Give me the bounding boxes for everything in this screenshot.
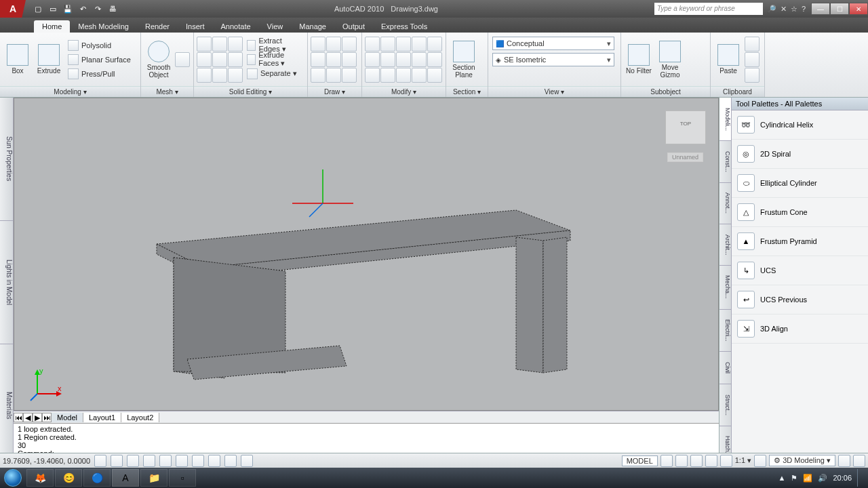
mesh-more-icon[interactable] [175,52,190,67]
dyn-toggle[interactable] [208,455,220,467]
model-space-button[interactable]: MODEL [622,455,658,466]
view-cube[interactable]: TOP [665,110,706,144]
palette-tab-mechanical[interactable]: Mecha... [719,266,731,310]
view-iso-dropdown[interactable]: ◈ SE Isometric▾ [492,53,614,66]
status-icon-3[interactable] [690,455,703,467]
undo-icon[interactable]: ↶ [77,3,88,14]
snap-toggle[interactable] [94,455,106,467]
palette-tab-civil[interactable]: Civil [719,352,731,384]
status-icon-8[interactable] [853,455,865,467]
last-tab-icon[interactable]: ⏭ [42,413,52,422]
palette-tab-electrical[interactable]: Electri... [719,310,731,352]
panel-draw[interactable]: Draw ▾ [308,86,361,97]
workspace-switch[interactable]: ⚙ 3D Modeling ▾ [769,455,835,466]
tab-home[interactable]: Home [34,20,70,33]
viewcube-label[interactable]: Unnamed [667,152,703,162]
maximize-button[interactable]: ☐ [830,3,849,15]
no-filter-button[interactable]: No Filter [624,39,654,81]
start-button[interactable] [0,468,26,488]
visual-style-dropdown[interactable]: 🟦 Conceptual▾ [492,37,614,50]
task-autocad[interactable]: A [112,469,139,487]
extract-edges-button[interactable]: Extract Edges ▾ [244,39,304,52]
app-logo[interactable]: A [0,0,26,18]
polar-toggle[interactable] [143,455,155,467]
palette-item-ucs[interactable]: ↳UCS [732,256,868,285]
status-icon-2[interactable] [675,455,688,467]
palette-item-3d-align[interactable]: ⇲3D Align [732,314,868,344]
task-smiley[interactable]: 😊 [55,469,82,487]
grid-toggle[interactable] [111,455,123,467]
polysolid-button[interactable]: Polysolid [65,39,134,52]
lights-in-model-tab[interactable]: Lights in Model [0,221,13,344]
panel-solid-editing[interactable]: Solid Editing ▾ [194,86,307,97]
panel-section[interactable]: Section ▾ [446,86,488,97]
smooth-object-button[interactable]: Smooth Object [144,39,174,81]
drawing-viewport[interactable]: TOP Unnamed xy [14,98,719,411]
palette-tab-constraints[interactable]: Const... [719,141,731,182]
tab-mesh-modeling[interactable]: Mesh Modeling [70,20,137,33]
first-tab-icon[interactable]: ⏮ [14,413,23,422]
status-icon-6[interactable] [754,455,766,467]
tray-volume-icon[interactable]: 🔊 [818,474,827,483]
task-explorer[interactable]: 📁 [140,469,167,487]
panel-mesh[interactable]: Mesh ▾ [141,86,193,97]
star-icon[interactable]: ☆ [791,5,797,14]
task-app1[interactable]: 🔵 [83,469,111,487]
osnap-toggle[interactable] [159,455,172,467]
tab-render[interactable]: Render [137,20,178,33]
palette-item-ucs-prev[interactable]: ↩UCS Previous [732,285,868,314]
next-tab-icon[interactable]: ▶ [33,413,42,422]
tray-network-icon[interactable]: 📶 [803,474,812,483]
palette-item-frustum-pyr[interactable]: ▲Frustum Pyramid [732,227,868,256]
binoculars-icon[interactable]: 🔎 [767,5,776,14]
new-icon[interactable]: ▢ [33,3,43,14]
prev-tab-icon[interactable]: ◀ [23,413,33,422]
close-button[interactable]: ✕ [849,3,868,15]
lwt-toggle[interactable] [224,455,237,467]
palette-tab-structural[interactable]: Struct... [719,384,731,426]
palette-item-cyl-helix[interactable]: ➿Cylindrical Helix [732,110,868,140]
ducs-toggle[interactable] [192,455,204,467]
show-desktop[interactable] [857,469,864,487]
comm-icon[interactable]: ✕ [781,5,787,14]
qp-toggle[interactable] [241,455,253,467]
extrude-faces-button[interactable]: Extrude Faces ▾ [244,53,304,66]
palette-tab-annotation[interactable]: Annot... [719,183,731,224]
layout1-tab[interactable]: Layout1 [83,413,121,422]
press-pull-button[interactable]: Press/Pull [65,67,134,81]
help-icon[interactable]: ? [802,5,806,14]
tab-annotate[interactable]: Annotate [213,20,259,33]
move-gizmo-button[interactable]: Move Gizmo [655,39,685,81]
status-icon-4[interactable] [705,455,717,467]
palette-item-frustum-cone[interactable]: △Frustum Cone [732,198,868,227]
help-search-input[interactable]: Type a keyword or phrase [654,3,763,15]
tab-insert[interactable]: Insert [178,20,213,33]
status-icon-5[interactable] [720,455,732,467]
save-icon[interactable]: 💾 [62,3,73,14]
match-icon[interactable] [745,68,760,83]
tab-output[interactable]: Output [334,20,373,33]
layout2-tab[interactable]: Layout2 [121,413,159,422]
section-plane-button[interactable]: Section Plane [449,39,479,81]
palette-tab-modeling[interactable]: Modeli... [719,98,731,141]
minimize-button[interactable]: — [811,3,830,15]
open-icon[interactable]: ▭ [47,3,58,14]
status-icon-7[interactable] [838,455,850,467]
tab-express-tools[interactable]: Express Tools [373,20,435,33]
materials-tab[interactable]: Materials [0,344,13,468]
palette-item-ellip-cyl[interactable]: ⬭Elliptical Cylinder [732,169,868,198]
redo-icon[interactable]: ↷ [92,3,103,14]
copy-icon[interactable] [745,52,760,67]
planar-surface-button[interactable]: Planar Surface [65,53,134,66]
separate-button[interactable]: Separate ▾ [244,67,304,81]
print-icon[interactable]: 🖶 [107,3,118,14]
palette-item-2d-spiral[interactable]: ◎2D Spiral [732,140,868,169]
cut-icon[interactable] [745,37,760,52]
tray-clock[interactable]: 20:06 [833,474,852,482]
ortho-toggle[interactable] [127,455,139,467]
task-firefox[interactable]: 🦊 [26,469,54,487]
status-icon-1[interactable] [660,455,673,467]
sun-properties-tab[interactable]: Sun Properties [0,98,13,221]
tab-manage[interactable]: Manage [291,20,334,33]
box-button[interactable]: Box [3,39,33,81]
